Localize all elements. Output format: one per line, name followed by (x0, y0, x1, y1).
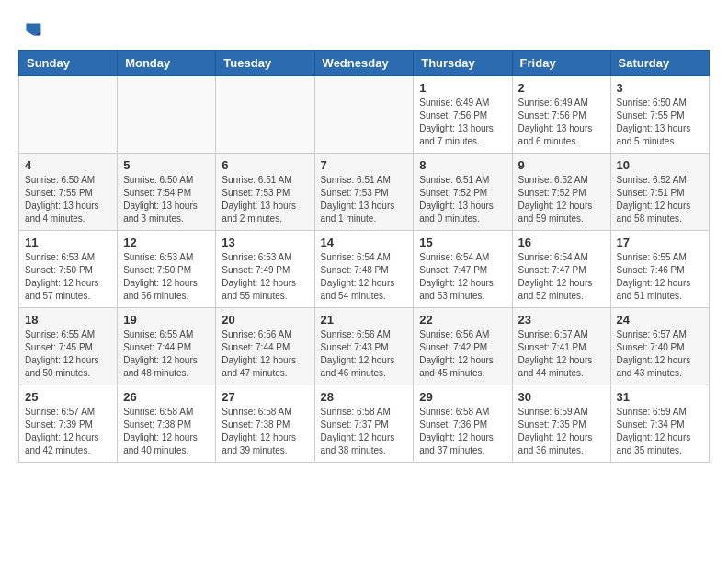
calendar-cell: 1Sunrise: 6:49 AM Sunset: 7:56 PM Daylig… (414, 76, 512, 154)
day-header-friday: Friday (512, 51, 610, 76)
calendar-cell: 13Sunrise: 6:53 AM Sunset: 7:49 PM Dayli… (216, 231, 314, 308)
calendar-cell (19, 76, 118, 154)
day-number: 16 (518, 236, 605, 249)
day-number: 3 (617, 81, 703, 95)
day-info: Sunrise: 6:50 AM Sunset: 7:55 PM Dayligh… (25, 174, 111, 225)
day-info: Sunrise: 6:56 AM Sunset: 7:42 PM Dayligh… (419, 328, 506, 380)
day-number: 10 (617, 158, 703, 172)
calendar-cell: 21Sunrise: 6:56 AM Sunset: 7:43 PM Dayli… (314, 308, 414, 385)
day-info: Sunrise: 6:49 AM Sunset: 7:56 PM Dayligh… (419, 97, 506, 148)
calendar-cell: 19Sunrise: 6:55 AM Sunset: 7:44 PM Dayli… (118, 308, 216, 385)
day-info: Sunrise: 6:59 AM Sunset: 7:35 PM Dayligh… (518, 406, 605, 457)
calendar-cell: 4Sunrise: 6:50 AM Sunset: 7:55 PM Daylig… (19, 154, 118, 231)
day-info: Sunrise: 6:51 AM Sunset: 7:53 PM Dayligh… (321, 174, 408, 225)
calendar-cell: 14Sunrise: 6:54 AM Sunset: 7:48 PM Dayli… (314, 231, 414, 308)
day-number: 19 (123, 313, 210, 327)
calendar-cell: 30Sunrise: 6:59 AM Sunset: 7:35 PM Dayli… (512, 385, 610, 463)
day-info: Sunrise: 6:52 AM Sunset: 7:52 PM Dayligh… (518, 174, 605, 225)
day-number: 1 (419, 81, 506, 95)
day-info: Sunrise: 6:53 AM Sunset: 7:49 PM Dayligh… (222, 251, 308, 303)
calendar-cell: 10Sunrise: 6:52 AM Sunset: 7:51 PM Dayli… (610, 154, 709, 231)
day-info: Sunrise: 6:54 AM Sunset: 7:47 PM Dayligh… (419, 251, 506, 303)
day-number: 13 (222, 236, 308, 249)
day-info: Sunrise: 6:52 AM Sunset: 7:51 PM Dayligh… (617, 174, 703, 225)
day-info: Sunrise: 6:58 AM Sunset: 7:38 PM Dayligh… (222, 406, 308, 457)
day-number: 2 (518, 81, 605, 95)
day-info: Sunrise: 6:51 AM Sunset: 7:53 PM Dayligh… (222, 174, 308, 225)
calendar-cell: 9Sunrise: 6:52 AM Sunset: 7:52 PM Daylig… (512, 154, 610, 231)
day-number: 26 (123, 390, 210, 404)
calendar-cell (118, 76, 216, 154)
day-info: Sunrise: 6:54 AM Sunset: 7:48 PM Dayligh… (321, 251, 408, 303)
calendar-cell: 31Sunrise: 6:59 AM Sunset: 7:34 PM Dayli… (610, 385, 709, 463)
day-info: Sunrise: 6:58 AM Sunset: 7:38 PM Dayligh… (123, 406, 210, 457)
calendar-cell: 20Sunrise: 6:56 AM Sunset: 7:44 PM Dayli… (216, 308, 314, 385)
day-info: Sunrise: 6:58 AM Sunset: 7:37 PM Dayligh… (321, 406, 408, 457)
calendar-week-5: 25Sunrise: 6:57 AM Sunset: 7:39 PM Dayli… (19, 385, 710, 463)
day-number: 29 (419, 390, 506, 404)
calendar-header-row: SundayMondayTuesdayWednesdayThursdayFrid… (19, 51, 710, 76)
calendar-cell: 6Sunrise: 6:51 AM Sunset: 7:53 PM Daylig… (216, 154, 314, 231)
day-number: 21 (321, 313, 408, 327)
day-info: Sunrise: 6:58 AM Sunset: 7:36 PM Dayligh… (419, 406, 506, 457)
day-header-saturday: Saturday (610, 51, 709, 76)
day-info: Sunrise: 6:49 AM Sunset: 7:56 PM Dayligh… (518, 97, 605, 148)
day-number: 23 (518, 313, 605, 327)
calendar-cell: 2Sunrise: 6:49 AM Sunset: 7:56 PM Daylig… (512, 76, 610, 154)
calendar-week-2: 4Sunrise: 6:50 AM Sunset: 7:55 PM Daylig… (19, 154, 710, 231)
day-number: 25 (25, 390, 111, 404)
day-info: Sunrise: 6:54 AM Sunset: 7:47 PM Dayligh… (518, 251, 605, 303)
day-info: Sunrise: 6:55 AM Sunset: 7:45 PM Dayligh… (25, 328, 111, 380)
calendar-cell: 29Sunrise: 6:58 AM Sunset: 7:36 PM Dayli… (414, 385, 512, 463)
day-info: Sunrise: 6:51 AM Sunset: 7:52 PM Dayligh… (419, 174, 506, 225)
calendar-cell: 28Sunrise: 6:58 AM Sunset: 7:37 PM Dayli… (314, 385, 414, 463)
calendar-cell: 27Sunrise: 6:58 AM Sunset: 7:38 PM Dayli… (216, 385, 314, 463)
calendar-cell: 25Sunrise: 6:57 AM Sunset: 7:39 PM Dayli… (19, 385, 118, 463)
day-number: 12 (123, 236, 210, 249)
calendar-cell: 5Sunrise: 6:50 AM Sunset: 7:54 PM Daylig… (118, 154, 216, 231)
day-info: Sunrise: 6:50 AM Sunset: 7:55 PM Dayligh… (617, 97, 703, 148)
day-header-sunday: Sunday (19, 51, 118, 76)
day-number: 31 (617, 390, 703, 404)
day-number: 28 (321, 390, 408, 404)
day-info: Sunrise: 6:56 AM Sunset: 7:44 PM Dayligh… (222, 328, 308, 380)
day-number: 18 (25, 313, 111, 327)
day-info: Sunrise: 6:57 AM Sunset: 7:40 PM Dayligh… (617, 328, 703, 380)
calendar-cell (216, 76, 314, 154)
day-number: 30 (518, 390, 605, 404)
logo-icon (20, 18, 42, 40)
day-number: 27 (222, 390, 308, 404)
day-info: Sunrise: 6:59 AM Sunset: 7:34 PM Dayligh… (617, 406, 703, 457)
calendar-week-1: 1Sunrise: 6:49 AM Sunset: 7:56 PM Daylig… (19, 76, 710, 154)
day-info: Sunrise: 6:55 AM Sunset: 7:44 PM Dayligh… (123, 328, 210, 380)
calendar-week-4: 18Sunrise: 6:55 AM Sunset: 7:45 PM Dayli… (19, 308, 710, 385)
day-number: 4 (25, 158, 111, 172)
calendar-cell: 24Sunrise: 6:57 AM Sunset: 7:40 PM Dayli… (610, 308, 709, 385)
day-number: 7 (321, 158, 408, 172)
day-number: 20 (222, 313, 308, 327)
day-info: Sunrise: 6:57 AM Sunset: 7:39 PM Dayligh… (25, 406, 111, 457)
calendar-cell: 16Sunrise: 6:54 AM Sunset: 7:47 PM Dayli… (512, 231, 610, 308)
calendar-cell: 3Sunrise: 6:50 AM Sunset: 7:55 PM Daylig… (610, 76, 709, 154)
day-header-thursday: Thursday (414, 51, 512, 76)
day-number: 5 (123, 158, 210, 172)
day-number: 22 (419, 313, 506, 327)
day-header-tuesday: Tuesday (216, 51, 314, 76)
calendar-cell: 11Sunrise: 6:53 AM Sunset: 7:50 PM Dayli… (19, 231, 118, 308)
page-header (18, 18, 710, 40)
day-number: 14 (321, 236, 408, 249)
day-header-monday: Monday (118, 51, 216, 76)
day-number: 11 (25, 236, 111, 249)
day-info: Sunrise: 6:53 AM Sunset: 7:50 PM Dayligh… (123, 251, 210, 303)
day-info: Sunrise: 6:50 AM Sunset: 7:54 PM Dayligh… (123, 174, 210, 225)
calendar-cell: 8Sunrise: 6:51 AM Sunset: 7:52 PM Daylig… (414, 154, 512, 231)
calendar-week-3: 11Sunrise: 6:53 AM Sunset: 7:50 PM Dayli… (19, 231, 710, 308)
calendar-cell: 7Sunrise: 6:51 AM Sunset: 7:53 PM Daylig… (314, 154, 414, 231)
day-info: Sunrise: 6:57 AM Sunset: 7:41 PM Dayligh… (518, 328, 605, 380)
day-info: Sunrise: 6:53 AM Sunset: 7:50 PM Dayligh… (25, 251, 111, 303)
calendar-cell: 17Sunrise: 6:55 AM Sunset: 7:46 PM Dayli… (610, 231, 709, 308)
calendar-cell: 26Sunrise: 6:58 AM Sunset: 7:38 PM Dayli… (118, 385, 216, 463)
day-number: 17 (617, 236, 703, 249)
day-number: 6 (222, 158, 308, 172)
calendar-cell: 22Sunrise: 6:56 AM Sunset: 7:42 PM Dayli… (414, 308, 512, 385)
